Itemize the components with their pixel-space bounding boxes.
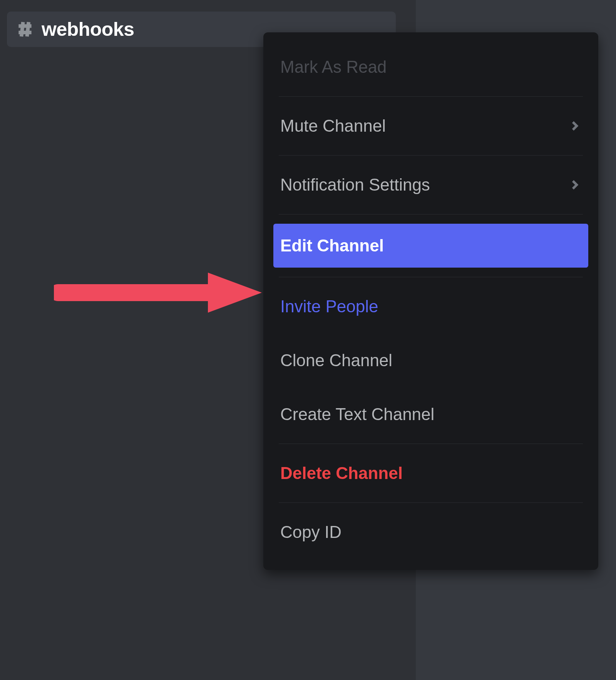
menu-item-invite-people[interactable]: Invite People [263,280,598,333]
menu-separator [279,96,583,97]
menu-separator [279,444,583,444]
menu-item-delete-channel[interactable]: Delete Channel [263,446,598,500]
menu-item-label: Copy ID [280,523,341,542]
menu-separator [279,214,583,214]
menu-item-mute-channel[interactable]: Mute Channel [263,99,598,153]
channel-name: webhooks [42,18,134,40]
channel-context-menu: Mark As Read Mute Channel Notification S… [263,32,598,570]
menu-separator [279,277,583,277]
menu-item-label: Invite People [280,297,378,316]
menu-separator [279,155,583,156]
menu-item-copy-id[interactable]: Copy ID [263,505,598,559]
menu-item-edit-channel[interactable]: Edit Channel [273,224,588,268]
menu-item-mark-as-read: Mark As Read [263,40,598,94]
hash-icon [15,20,35,39]
menu-separator [279,502,583,503]
menu-item-label: Mute Channel [280,116,386,136]
svg-line-3 [27,22,28,37]
svg-line-2 [22,22,23,37]
menu-item-label: Mark As Read [280,57,387,77]
chevron-right-icon [569,120,581,132]
menu-item-create-text-channel[interactable]: Create Text Channel [263,387,598,441]
menu-item-label: Notification Settings [280,175,430,194]
chevron-right-icon [569,179,581,191]
menu-item-label: Delete Channel [280,464,403,483]
menu-item-clone-channel[interactable]: Clone Channel [263,333,598,387]
menu-item-label: Clone Channel [280,351,392,370]
menu-item-notification-settings[interactable]: Notification Settings [263,158,598,212]
menu-item-label: Create Text Channel [280,405,434,424]
menu-item-label: Edit Channel [280,236,384,255]
